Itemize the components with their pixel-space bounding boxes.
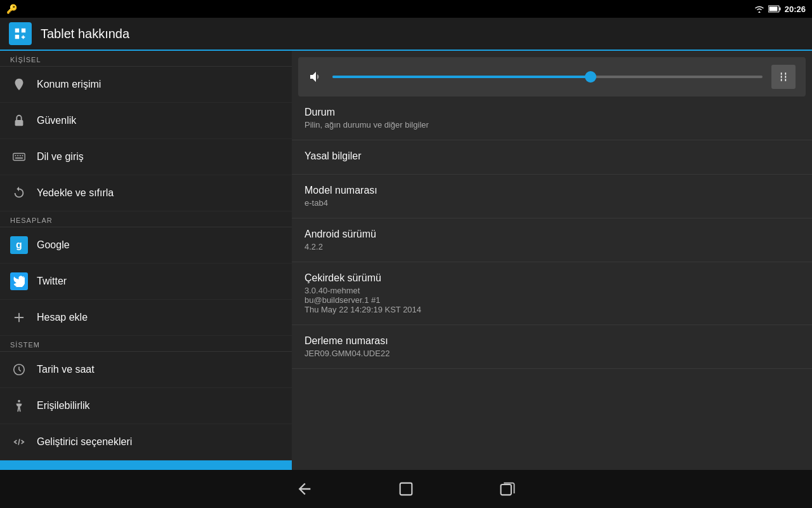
svg-rect-6	[15, 155, 16, 156]
settings-item-derleme[interactable]: Derleme numarası JER09.GMM04.UDE22	[292, 325, 812, 369]
tarih-label: Tarih ve saat	[37, 364, 95, 375]
svg-rect-16	[781, 79, 782, 81]
cekirdek-title: Çekirdek sürümü	[304, 272, 799, 284]
sidebar-item-tarih[interactable]: Tarih ve saat	[0, 352, 292, 388]
derleme-subtitle: JER09.GMM04.UDE22	[304, 349, 799, 358]
durum-title: Durum	[304, 107, 799, 118]
volume-icon	[308, 69, 324, 84]
status-bar-left: 🔑	[6, 4, 17, 14]
clock: 20:26	[785, 4, 806, 14]
section-header-sistem: SİSTEM	[0, 336, 292, 352]
sidebar-item-konum[interactable]: Konum erişimi	[0, 67, 292, 103]
model-title: Model numarası	[304, 185, 799, 196]
section-header-kisisel: KİŞİSEL	[0, 51, 292, 67]
yasal-title: Yasal bilgiler	[304, 150, 799, 162]
android-title: Android sürümü	[304, 229, 799, 240]
sidebar-item-yedekle[interactable]: Yedekle ve sıfırla	[0, 175, 292, 211]
android-subtitle: 4.2.2	[304, 242, 799, 251]
keyboard-icon	[10, 148, 28, 166]
svg-rect-9	[22, 155, 23, 156]
svg-rect-14	[781, 72, 782, 74]
derleme-title: Derleme numarası	[304, 335, 799, 347]
gelistirici-label: Geliştirici seçenekleri	[37, 436, 132, 448]
twitter-icon	[10, 272, 28, 290]
sidebar-item-dil[interactable]: Dil ve giriş	[0, 139, 292, 175]
erisim-label: Erişilebilirlik	[37, 400, 90, 411]
plus-icon	[10, 309, 28, 326]
svg-rect-19	[785, 79, 787, 81]
home-button[interactable]	[393, 476, 419, 502]
svg-rect-2	[769, 7, 777, 11]
location-icon	[10, 76, 28, 93]
recent-button[interactable]	[495, 476, 520, 502]
dil-label: Dil ve giriş	[37, 151, 84, 163]
sidebar: KİŞİSEL Konum erişimi Güvenlik	[0, 51, 292, 470]
sidebar-item-hesap-ekle[interactable]: Hesap ekle	[0, 300, 292, 336]
bottom-nav	[0, 470, 812, 508]
sidebar-item-gelistirici[interactable]: Geliştirici seçenekleri	[0, 424, 292, 460]
settings-item-android[interactable]: Android sürümü 4.2.2	[292, 218, 812, 262]
svg-rect-18	[785, 76, 787, 77]
hesap-ekle-label: Hesap ekle	[37, 312, 88, 323]
code-icon	[10, 433, 28, 451]
settings-item-durum[interactable]: Durum Pilin, ağın durumu ve diğer bilgil…	[292, 97, 812, 140]
volume-slider-fill	[332, 76, 591, 78]
sidebar-item-google[interactable]: g Google	[0, 227, 292, 264]
volume-overlay	[298, 57, 806, 97]
back-button[interactable]	[292, 476, 317, 502]
model-subtitle: e-tab4	[304, 198, 799, 208]
settings-item-yasal[interactable]: Yasal bilgiler	[292, 140, 812, 175]
status-bar: 🔑 20:26	[0, 0, 812, 18]
key-icon: 🔑	[6, 4, 17, 14]
svg-rect-17	[785, 72, 787, 74]
svg-rect-15	[781, 76, 782, 77]
svg-rect-5	[13, 154, 25, 161]
section-header-hesaplar: HESAPLAR	[0, 211, 292, 227]
svg-rect-21	[501, 485, 511, 495]
svg-rect-10	[15, 157, 23, 159]
svg-rect-7	[17, 155, 18, 156]
clock-icon	[10, 361, 28, 378]
google-icon: g	[10, 236, 28, 254]
info-icon	[10, 469, 28, 470]
twitter-label: Twitter	[37, 276, 67, 287]
status-bar-right: 20:26	[754, 4, 806, 14]
content-area: Durum Pilin, ağın durumu ve diğer bilgil…	[292, 51, 812, 470]
svg-rect-8	[20, 155, 21, 156]
svg-point-12	[18, 400, 20, 403]
accessibility-icon	[10, 397, 28, 415]
settings-item-cekirdek[interactable]: Çekirdek sürümü 3.0.40-mehmetbu@buildser…	[292, 262, 812, 325]
sidebar-item-tablet[interactable]: Tablet hakkında	[0, 460, 292, 470]
sidebar-item-twitter[interactable]: Twitter	[0, 264, 292, 300]
battery-icon	[768, 5, 781, 13]
durum-subtitle: Pilin, ağın durumu ve diğer bilgiler	[304, 120, 799, 130]
page-title: Tablet hakkında	[41, 27, 129, 41]
google-label: Google	[37, 239, 70, 251]
backup-icon	[10, 184, 28, 202]
volume-slider-track[interactable]	[332, 76, 763, 78]
volume-slider-thumb[interactable]	[585, 71, 596, 83]
settings-header-icon	[9, 22, 32, 45]
settings-item-model[interactable]: Model numarası e-tab4	[292, 175, 812, 218]
lock-icon	[10, 112, 28, 130]
sidebar-item-erisim[interactable]: Erişilebilirlik	[0, 388, 292, 424]
svg-rect-1	[779, 8, 780, 11]
konum-label: Konum erişimi	[37, 79, 101, 90]
guvenlik-label: Güvenlik	[37, 115, 76, 126]
main-layout: KİŞİSEL Konum erişimi Güvenlik	[0, 51, 812, 470]
sidebar-item-guvenlik[interactable]: Güvenlik	[0, 103, 292, 139]
svg-rect-20	[400, 483, 412, 495]
wifi-icon	[754, 5, 764, 13]
cekirdek-subtitle: 3.0.40-mehmetbu@buildserver.1 #1Thu May …	[304, 286, 799, 314]
eq-icon[interactable]	[771, 65, 796, 89]
yedekle-label: Yedekle ve sıfırla	[37, 187, 114, 199]
header: Tablet hakkında	[0, 18, 812, 51]
svg-rect-4	[15, 120, 23, 126]
